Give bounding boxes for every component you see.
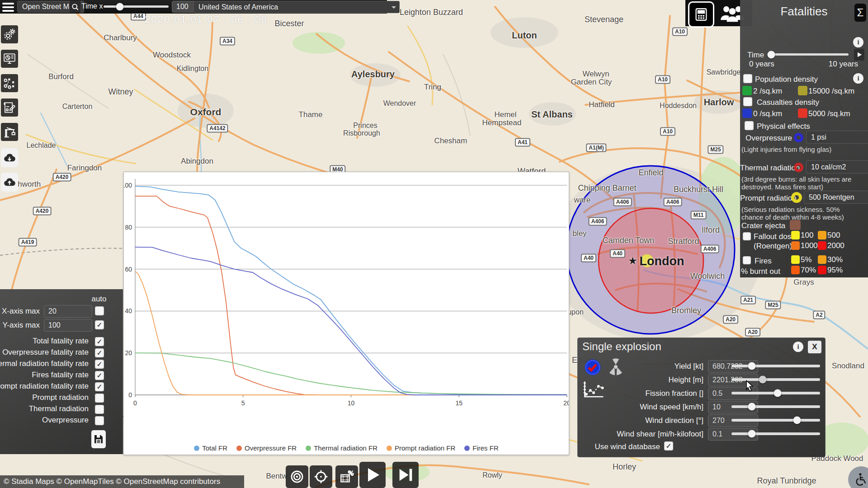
- param-slider[interactable]: [731, 419, 820, 422]
- legend-item[interactable]: Overpressure FR: [236, 444, 297, 452]
- param-slider[interactable]: [731, 405, 820, 408]
- legend-dot: [236, 446, 242, 451]
- param-slider-thumb[interactable]: [748, 362, 756, 370]
- param-slider[interactable]: [731, 432, 820, 435]
- road-badge: A20: [723, 315, 738, 324]
- menu-icon[interactable]: [2, 2, 15, 13]
- monitor-chart-icon: [3, 52, 16, 66]
- search-button[interactable]: [70, 1, 80, 13]
- population-density-checkbox[interactable]: [743, 74, 752, 83]
- series-toggle-label: Prompt radiation: [32, 393, 89, 402]
- play-icon: [856, 51, 863, 58]
- legend-item[interactable]: Total FR: [194, 444, 227, 452]
- param-slider-thumb[interactable]: [774, 389, 781, 397]
- road-badge: A40: [581, 254, 596, 263]
- fires-checkbox[interactable]: [743, 256, 751, 264]
- skip-end-button[interactable]: [392, 462, 419, 488]
- svg-text:15: 15: [455, 399, 462, 407]
- fallout-swatch: [818, 241, 826, 250]
- series-toggle-label: Prompt radiation fatality rate: [0, 382, 89, 391]
- sum-button[interactable]: Σ: [854, 4, 866, 22]
- time-slider-thumb[interactable]: [768, 51, 775, 58]
- time-x-slider-thumb[interactable]: [116, 3, 124, 10]
- param-slider-thumb[interactable]: [748, 430, 756, 438]
- fallout-dose-checkbox[interactable]: [743, 232, 751, 240]
- param-slider-thumb[interactable]: [793, 417, 801, 424]
- prompt-desc: (Serious radiation sickness. 50% chance …: [741, 206, 861, 221]
- series-checkbox[interactable]: [95, 416, 104, 425]
- series-checkbox[interactable]: ✓: [95, 337, 104, 346]
- play-button[interactable]: [359, 462, 386, 488]
- physical-effects-checkbox[interactable]: [745, 121, 754, 130]
- save-chart-button[interactable]: [91, 430, 106, 448]
- thermal-select[interactable]: 10 cal/cm2: [806, 160, 868, 174]
- film-cut-button[interactable]: [335, 465, 358, 488]
- series-checkbox[interactable]: [95, 306, 104, 315]
- svg-text:0: 0: [128, 391, 132, 399]
- param-slider-thumb[interactable]: [748, 403, 756, 411]
- legend-label: Overpressure FR: [245, 444, 297, 452]
- population-low-label: 2 /sq.km: [753, 87, 782, 96]
- series-checkbox[interactable]: ✓: [95, 371, 104, 380]
- fires-swatch: [791, 266, 800, 274]
- cloud-download-button[interactable]: [1, 148, 18, 167]
- crane-button[interactable]: [1, 123, 18, 141]
- fallout-swatch: [791, 241, 800, 250]
- crosshair-icon: [313, 469, 329, 484]
- axis-max-input[interactable]: 100: [44, 319, 92, 332]
- casualties-density-checkbox[interactable]: [743, 97, 752, 106]
- time-info-button[interactable]: i: [853, 37, 863, 47]
- road-badge: A406: [589, 217, 607, 226]
- svg-text:40: 40: [125, 307, 132, 314]
- monitor-chart-button[interactable]: [1, 50, 18, 68]
- series-checkbox[interactable]: [95, 394, 104, 403]
- road-badge: A40: [610, 249, 625, 258]
- time-x-value-input[interactable]: 100: [172, 1, 196, 13]
- road-badge: A420: [53, 173, 71, 182]
- series-checkbox[interactable]: [95, 405, 104, 414]
- axis-max-label: X-axis max: [2, 307, 40, 316]
- road-badge: A41: [515, 138, 530, 147]
- country-select[interactable]: United States of America: [193, 1, 400, 13]
- axis-max-input[interactable]: 20: [44, 305, 92, 318]
- fires-swatch-label: 5%: [801, 255, 812, 264]
- time-play-button[interactable]: [854, 49, 864, 61]
- target-button[interactable]: [286, 465, 308, 488]
- crosshair-button[interactable]: [310, 465, 332, 488]
- legend-item[interactable]: Prompt radiation FR: [387, 444, 455, 452]
- cloud-upload-button[interactable]: [1, 173, 18, 192]
- time-slider[interactable]: [768, 53, 849, 56]
- strategy-button[interactable]: [1, 74, 18, 92]
- series-checkbox[interactable]: ✓: [95, 320, 104, 329]
- chart-legend: Total FROverpressure FRThermal radiation…: [124, 444, 569, 452]
- gears-button[interactable]: [1, 25, 18, 43]
- use-wind-database-checkbox[interactable]: ✓: [664, 441, 673, 450]
- series-checkbox[interactable]: ✓: [95, 348, 104, 357]
- blueprint-button[interactable]: [1, 99, 18, 117]
- axis-max-label: Y-axis max: [2, 321, 40, 330]
- fires-swatch: [791, 255, 800, 264]
- explosion-info-button[interactable]: i: [793, 342, 803, 352]
- legend-label: Prompt radiation FR: [395, 444, 455, 452]
- legend-item[interactable]: Thermal radiation FR: [306, 444, 377, 452]
- thermal-radiation-label: Thermal radiation: [740, 164, 791, 173]
- play-icon: [363, 466, 382, 484]
- series-checkbox[interactable]: ✓: [95, 360, 104, 369]
- time-x-label: Time x: [81, 2, 103, 10]
- param-slider-thumb[interactable]: [759, 376, 766, 384]
- legend-item[interactable]: Fires FR: [464, 444, 499, 452]
- population-info-button[interactable]: i: [853, 73, 863, 84]
- cloud-upload-icon: [2, 175, 17, 189]
- app-screen: Leighton BuzzardStevenageBicesterLutonCh…: [0, 0, 868, 488]
- calculator-button[interactable]: [688, 1, 714, 28]
- road-badge: M25: [708, 145, 723, 154]
- road-badge: M11: [691, 211, 707, 220]
- overpressure-select[interactable]: 1 psi: [806, 131, 868, 144]
- prompt-select[interactable]: 500 Roentgen: [804, 191, 868, 204]
- close-button[interactable]: X: [808, 341, 821, 353]
- series-checkbox[interactable]: ✓: [95, 382, 104, 391]
- time-x-slider[interactable]: [104, 5, 169, 8]
- param-slider[interactable]: [731, 365, 820, 367]
- fires-swatch-label: 95%: [827, 266, 843, 275]
- road-badge: A10: [672, 28, 688, 36]
